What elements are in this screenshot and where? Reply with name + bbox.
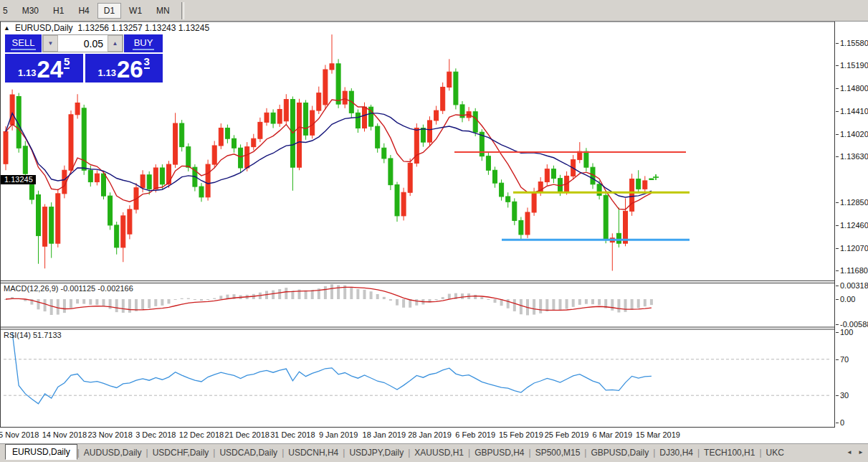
candle-body (551, 169, 555, 179)
price-axis-label: 1.14800 (840, 84, 868, 93)
macd-histogram-bar (206, 299, 209, 300)
price-axis-label: 1.14410 (840, 107, 868, 116)
rsi-axis-label: 0 (840, 418, 844, 427)
candle-body (219, 128, 223, 146)
ask-price-pip: 3 (144, 55, 150, 69)
tab-usdchf-daily[interactable]: USDCHF,Daily (148, 446, 214, 460)
candle-body (232, 138, 237, 148)
candle-body (23, 146, 27, 174)
timeframe-button-mn[interactable]: MN (150, 3, 176, 19)
tab-eurusd-daily[interactable]: EURUSD,Daily (5, 444, 77, 460)
candle-body (121, 216, 125, 248)
volume-decrease-button[interactable]: ▼ (43, 35, 58, 52)
candle-body (75, 103, 80, 114)
candle-body (304, 103, 308, 135)
macd-histogram-bar (76, 299, 79, 303)
macd-histogram-bar (102, 299, 105, 306)
date-axis-label: 23 Nov 2018 (87, 430, 132, 439)
timeframe-button-h4[interactable]: H4 (72, 3, 95, 19)
candle-body (434, 110, 439, 121)
macd-histogram-bar (200, 299, 203, 301)
candle-body (493, 170, 497, 183)
price-axis-label: 1.11680 (840, 266, 868, 275)
tab-xauusd-h1[interactable]: XAUUSD,H1 (410, 446, 468, 460)
macd-histogram-bar (545, 299, 548, 311)
date-axis-label: 5 Nov 2018 (0, 430, 39, 439)
timeframe-toolbar: 5M30H1H4D1W1MN (0, 0, 868, 22)
macd-histogram-bar (598, 299, 601, 305)
macd-histogram-bar (611, 299, 614, 311)
macd-axis-label: 0.00 (840, 295, 855, 303)
candle-body (323, 70, 328, 105)
price-axis[interactable]: 1.155801.151901.148001.144101.140201.136… (835, 22, 868, 428)
candle-body (271, 113, 275, 123)
candle-body (447, 72, 452, 87)
macd-histogram-bar (520, 299, 523, 314)
macd-histogram-bar (487, 299, 490, 300)
tab-usdcad-daily[interactable]: USDCAD,Daily (215, 446, 282, 460)
macd-histogram-bar (617, 299, 620, 313)
macd-histogram-bar (624, 299, 627, 312)
rsi-axis-label: 70 (840, 355, 849, 364)
candle-body (88, 170, 92, 182)
tab-gbpusd-daily[interactable]: GBPUSD,Daily (586, 446, 653, 460)
one-click-trade-panel: SELL ▼ ▲ BUY 1.13 24 5 1.13 26 3 (5, 34, 163, 82)
candle-body (239, 148, 243, 168)
macd-histogram-bar (435, 299, 438, 300)
tab-gbpusd-h4[interactable]: GBPUSD,H4 (470, 446, 528, 460)
timeframe-button-m30[interactable]: M30 (16, 3, 45, 19)
tab-usdcnh-h4[interactable]: USDCNH,H4 (284, 446, 343, 460)
volume-increase-button[interactable]: ▲ (108, 35, 123, 52)
ask-price-button[interactable]: 1.13 26 3 (85, 54, 163, 82)
volume-input[interactable] (58, 35, 108, 52)
tab-ukc[interactable]: UKC (762, 446, 788, 460)
tab-dj30-h4[interactable]: DJ30,H4 (655, 446, 697, 460)
chart-ohlc-values: 1.13256 1.13257 1.13243 1.13245 (78, 23, 210, 33)
macd-histogram-bar (122, 299, 125, 313)
candle-body (37, 194, 41, 235)
candle-body (258, 122, 262, 138)
timeframe-button-5[interactable]: 5 (0, 3, 14, 19)
macd-histogram-bar (213, 298, 216, 299)
macd-histogram-bar (44, 299, 47, 311)
timeframe-button-d1[interactable]: D1 (97, 3, 121, 19)
rsi-axis-label: 100 (840, 328, 853, 336)
macd-histogram-bar (474, 295, 477, 299)
tab-scroll-right-icon[interactable]: ► (856, 447, 866, 458)
timeframe-button-h1[interactable]: H1 (47, 3, 70, 19)
macd-histogram-bar (57, 299, 59, 315)
mt4-window: 5M30H1H4D1W1MN ▲ EURUSD,Daily 1.13256 1.… (0, 0, 868, 462)
candle-body (532, 192, 536, 212)
macd-histogram-bar (389, 299, 392, 301)
macd-histogram-bar (154, 299, 157, 306)
macd-histogram-bar (442, 297, 444, 299)
tab-tech100-h1[interactable]: TECH100,H1 (700, 446, 759, 460)
tab-scroll-buttons: ◄ ► (844, 447, 868, 458)
candle-body (140, 175, 145, 188)
chart-header: ▲ EURUSD,Daily 1.13256 1.13257 1.13243 1… (4, 23, 209, 33)
macd-histogram-bar (174, 299, 177, 300)
candle-body (115, 225, 119, 248)
tab-usdjpy-daily[interactable]: USDJPY,Daily (345, 446, 408, 460)
ask-price-main: 26 (117, 59, 143, 80)
candle-body (252, 138, 256, 146)
tab-audusd-daily[interactable]: AUDUSD,Daily (80, 446, 146, 460)
sell-button[interactable]: SELL (5, 34, 42, 52)
timeframe-button-w1[interactable]: W1 (123, 3, 148, 19)
candle-body (264, 113, 269, 122)
tab-sp500-m15[interactable]: SP500,M15 (531, 446, 585, 460)
candle-body (167, 164, 171, 184)
candle-body (297, 103, 302, 167)
macd-histogram-bar (383, 297, 386, 299)
candle-body (604, 195, 608, 240)
candle-body (180, 123, 184, 147)
date-axis-label: 12 Dec 2018 (179, 430, 224, 439)
tab-scroll-left-icon[interactable]: ◄ (844, 447, 854, 458)
macd-histogram-bar (219, 296, 222, 299)
bid-price-button[interactable]: 1.13 24 5 (5, 54, 83, 82)
collapse-chart-icon[interactable]: ▲ (4, 24, 10, 32)
price-axis-label: 1.12850 (840, 198, 868, 207)
macd-histogram-bar (591, 299, 594, 304)
date-axis[interactable]: 5 Nov 201814 Nov 201823 Nov 20183 Dec 20… (0, 428, 868, 443)
buy-button[interactable]: BUY (124, 34, 163, 52)
